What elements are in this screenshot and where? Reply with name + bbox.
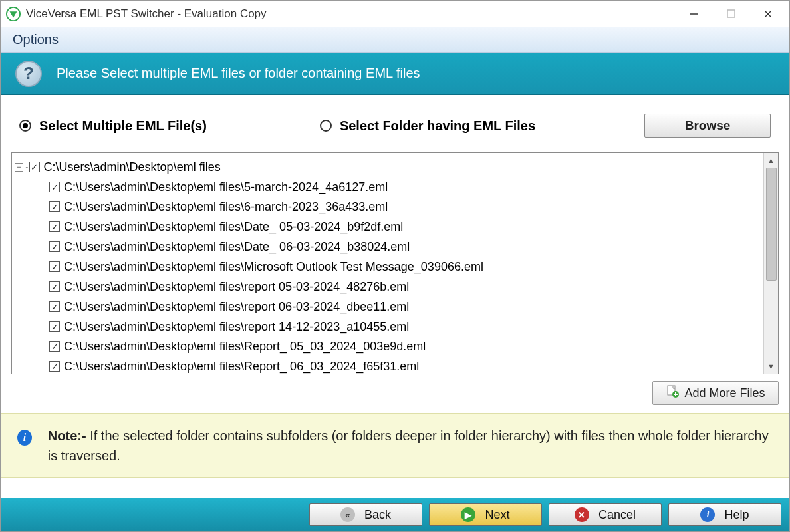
tree-body: − ·· ✓ C:\Users\admin\Desktop\eml files … <box>12 153 763 374</box>
tree-item[interactable]: ✓C:\Users\admin\Desktop\eml files\Report… <box>15 356 761 374</box>
tree-item-label: C:\Users\admin\Desktop\eml files\report … <box>64 300 409 314</box>
tree-item[interactable]: ✓C:\Users\admin\Desktop\eml files\6-marc… <box>15 197 761 217</box>
back-icon: « <box>340 507 355 522</box>
tree-item[interactable]: ✓C:\Users\admin\Desktop\eml files\Micros… <box>15 257 761 277</box>
instruction-bar: ? Please Select multiple EML files or fo… <box>1 53 789 95</box>
note-box: i Note:- If the selected folder contains… <box>1 413 789 478</box>
tree-item-label: C:\Users\admin\Desktop\eml files\Date_ 0… <box>64 240 410 254</box>
back-button[interactable]: « Back <box>309 503 422 526</box>
browse-label: Browse <box>685 118 731 133</box>
scroll-up-icon[interactable]: ▲ <box>764 153 778 168</box>
radio-select-multiple[interactable]: Select Multiple EML File(s) <box>19 118 207 134</box>
tree-item[interactable]: ✓C:\Users\admin\Desktop\eml files\5-marc… <box>15 177 761 197</box>
help-icon: i <box>700 507 715 522</box>
help-icon: ? <box>15 61 42 87</box>
scroll-down-icon[interactable]: ▼ <box>764 359 778 374</box>
checkbox-icon[interactable]: ✓ <box>49 321 60 332</box>
titlebar: ViceVersa EML PST Switcher - Evaluation … <box>1 1 789 27</box>
cancel-icon: ✕ <box>575 507 589 522</box>
tree-item-label: C:\Users\admin\Desktop\eml files\Report_… <box>64 340 426 354</box>
window-title: ViceVersa EML PST Switcher - Evaluation … <box>26 7 267 21</box>
app-icon <box>6 7 21 21</box>
scrollbar[interactable]: ▲ ▼ <box>763 153 778 374</box>
tree-item-label: C:\Users\admin\Desktop\eml files\Microso… <box>64 260 483 274</box>
checkbox-icon[interactable]: ✓ <box>49 281 60 292</box>
help-button[interactable]: i Help <box>668 503 781 526</box>
tree-item[interactable]: ✓C:\Users\admin\Desktop\eml files\Date_ … <box>15 217 761 237</box>
checkbox-icon[interactable]: ✓ <box>49 201 60 212</box>
add-more-label: Add More Files <box>684 386 765 400</box>
radio-label: Select Multiple EML File(s) <box>39 118 207 134</box>
svg-rect-2 <box>727 10 735 17</box>
tree-item[interactable]: ✓C:\Users\admin\Desktop\eml files\Report… <box>15 336 761 356</box>
scroll-thumb[interactable] <box>766 168 777 281</box>
checkbox-icon[interactable]: ✓ <box>29 162 40 172</box>
next-icon: ▶ <box>461 507 475 522</box>
maximize-button <box>712 2 749 26</box>
next-button[interactable]: ▶ Next <box>429 503 542 526</box>
tree-item-label: C:\Users\admin\Desktop\eml files\Date_ 0… <box>64 220 403 234</box>
checkbox-icon[interactable]: ✓ <box>49 182 60 192</box>
add-more-row: Add More Files <box>1 374 789 413</box>
note-text: Note:- If the selected folder contains s… <box>48 426 773 466</box>
menubar: Options <box>1 27 789 53</box>
bottom-bar: « Back ▶ Next ✕ Cancel i Help <box>1 498 789 531</box>
tree-root[interactable]: − ·· ✓ C:\Users\admin\Desktop\eml files <box>15 157 761 177</box>
tree-item[interactable]: ✓C:\Users\admin\Desktop\eml files\Date_ … <box>15 237 761 257</box>
help-label: Help <box>724 508 749 522</box>
instruction-text: Please Select multiple EML files or fold… <box>57 66 420 81</box>
tree-connector: ·· <box>25 164 28 171</box>
back-label: Back <box>364 508 391 522</box>
checkbox-icon[interactable]: ✓ <box>49 341 60 352</box>
window-controls <box>675 2 787 26</box>
radio-label: Select Folder having EML Files <box>340 118 535 134</box>
checkbox-icon[interactable]: ✓ <box>49 301 60 312</box>
checkbox-icon[interactable]: ✓ <box>49 241 60 252</box>
menu-options[interactable]: Options <box>13 32 59 47</box>
add-more-files-button[interactable]: Add More Files <box>652 381 779 405</box>
cancel-label: Cancel <box>598 508 636 522</box>
note-label: Note:- <box>48 428 86 443</box>
tree-root-label: C:\Users\admin\Desktop\eml files <box>44 160 221 174</box>
tree-item[interactable]: ✓C:\Users\admin\Desktop\eml files\report… <box>15 277 761 297</box>
note-body: If the selected folder contains subfolde… <box>48 428 769 463</box>
tree-item[interactable]: ✓C:\Users\admin\Desktop\eml files\report… <box>15 297 761 317</box>
selection-row: Select Multiple EML File(s) Select Folde… <box>1 95 789 152</box>
tree-item-label: C:\Users\admin\Desktop\eml files\6-march… <box>64 200 388 214</box>
checkbox-icon[interactable]: ✓ <box>49 361 60 372</box>
checkbox-icon[interactable]: ✓ <box>49 221 60 232</box>
add-file-icon <box>666 385 679 402</box>
minimize-button[interactable] <box>675 2 712 26</box>
tree-item[interactable]: ✓C:\Users\admin\Desktop\eml files\report… <box>15 317 761 336</box>
radio-icon <box>320 120 332 132</box>
tree-item-label: C:\Users\admin\Desktop\eml files\report … <box>64 280 409 294</box>
tree-item-label: C:\Users\admin\Desktop\eml files\Report_… <box>64 360 419 374</box>
tree-item-label: C:\Users\admin\Desktop\eml files\report … <box>64 320 409 334</box>
file-tree: − ·· ✓ C:\Users\admin\Desktop\eml files … <box>11 152 779 374</box>
close-button[interactable] <box>749 2 787 26</box>
info-icon: i <box>17 430 32 446</box>
radio-icon <box>19 120 31 132</box>
radio-select-folder[interactable]: Select Folder having EML Files <box>320 118 535 134</box>
next-label: Next <box>485 508 509 522</box>
collapse-icon[interactable]: − <box>15 163 23 172</box>
tree-item-label: C:\Users\admin\Desktop\eml files\5-march… <box>64 180 388 194</box>
checkbox-icon[interactable]: ✓ <box>49 261 60 272</box>
cancel-button[interactable]: ✕ Cancel <box>549 503 662 526</box>
browse-button[interactable]: Browse <box>644 114 771 138</box>
